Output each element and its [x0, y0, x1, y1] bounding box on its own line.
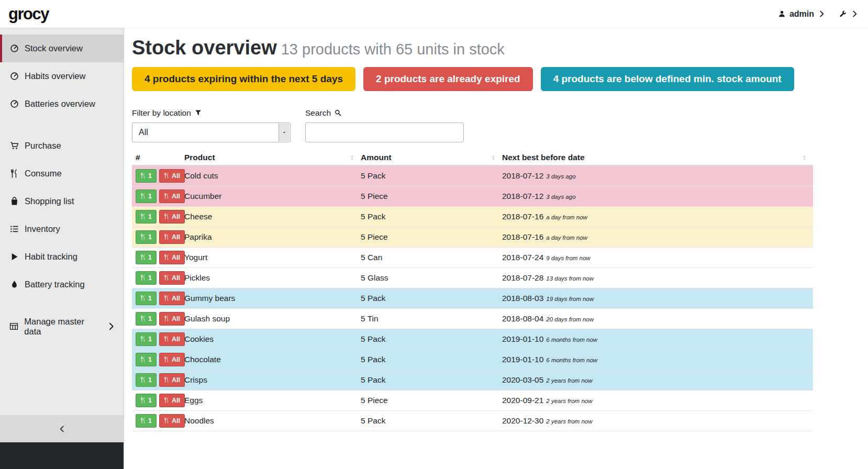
row-actions: 1All — [132, 292, 184, 305]
sidebar-item-manage-master-data[interactable]: Manage master data — [0, 312, 124, 340]
status-banner-1[interactable]: 2 products are already expired — [363, 67, 533, 91]
amount: 5 Tin — [361, 314, 502, 323]
consume-all-button[interactable]: All — [159, 353, 185, 366]
gauge-icon — [9, 72, 19, 81]
consume-one-button[interactable]: 1 — [136, 414, 157, 428]
status-banner-0[interactable]: 4 products expiring within the next 5 da… — [132, 67, 355, 91]
column-header-product[interactable]: Product — [184, 153, 361, 162]
consume-all-button[interactable]: All — [159, 251, 185, 264]
amount: 5 Pack — [361, 334, 502, 344]
consume-one-button[interactable]: 1 — [136, 251, 157, 264]
sidebar-item-battery-tracking[interactable]: Battery tracking — [0, 271, 124, 298]
utensils-icon — [164, 377, 170, 383]
drop-icon — [9, 280, 19, 289]
consume-all-button[interactable]: All — [159, 169, 185, 183]
sidebar-footer — [0, 442, 124, 469]
sidebar-item-batteries-overview[interactable]: Batteries overview — [0, 90, 124, 118]
column-header-index[interactable]: # — [132, 153, 184, 162]
consume-all-button[interactable]: All — [159, 373, 185, 387]
column-header-amount[interactable]: Amount — [361, 153, 502, 162]
sidebar: Stock overviewHabits overviewBatteries o… — [0, 28, 124, 469]
best-before-date: 2018-07-2813 days from now — [502, 273, 813, 283]
status-banner-2[interactable]: 4 products are below defined min. stock … — [541, 67, 794, 91]
consume-all-button[interactable]: All — [159, 394, 185, 407]
utensils-icon — [164, 336, 170, 342]
sidebar-item-label: Consume — [25, 169, 62, 178]
sidebar-item-inventory[interactable]: Inventory — [0, 215, 124, 243]
table-row: 1AllYogurt5 Can2018-07-249 days from now — [132, 248, 813, 268]
location-filter-select[interactable]: All — [132, 122, 291, 142]
utensils-icon — [140, 316, 146, 321]
consume-one-button[interactable]: 1 — [136, 332, 157, 346]
sidebar-collapse-button[interactable] — [0, 415, 124, 442]
app-logo[interactable]: grocy — [8, 5, 49, 24]
utensils-icon — [140, 336, 146, 342]
user-menu[interactable]: admin — [778, 9, 826, 19]
utensils-icon — [9, 169, 19, 178]
sort-icon[interactable] — [349, 154, 355, 161]
consume-one-button[interactable]: 1 — [136, 169, 157, 183]
consume-one-button[interactable]: 1 — [136, 210, 157, 224]
search-group: Search — [305, 108, 464, 142]
sidebar-item-habit-tracking[interactable]: Habit tracking — [0, 243, 124, 271]
consume-one-button[interactable]: 1 — [136, 394, 157, 407]
page-subtitle: 13 products with 65 units in stock — [281, 41, 505, 58]
product-name: Paprika — [184, 232, 361, 242]
utensils-icon — [140, 295, 146, 301]
table-row: 1AllChocolate5 Pack2019-01-106 months fr… — [132, 350, 813, 370]
consume-one-button[interactable]: 1 — [136, 292, 157, 305]
sort-icon[interactable] — [801, 154, 808, 161]
consume-one-button[interactable]: 1 — [136, 271, 157, 285]
main-content: Stock overview13 products with 65 units … — [124, 28, 868, 469]
amount: 5 Pack — [361, 212, 502, 221]
row-actions: 1All — [132, 373, 184, 387]
consume-one-button[interactable]: 1 — [136, 373, 157, 387]
search-label-text: Search — [305, 108, 331, 118]
utensils-icon — [164, 173, 170, 178]
consume-all-button[interactable]: All — [159, 210, 185, 224]
row-actions: 1All — [132, 414, 184, 428]
wrench-icon — [839, 10, 847, 18]
consume-one-button[interactable]: 1 — [136, 189, 157, 203]
table-row: 1AllEggs5 Piece2020-09-212 years from no… — [132, 390, 813, 411]
sidebar-item-habits-overview[interactable]: Habits overview — [0, 62, 124, 90]
sort-icon[interactable] — [490, 154, 497, 161]
utensils-icon — [140, 214, 146, 219]
sidebar-item-label: Stock overview — [25, 43, 83, 53]
utensils-icon — [164, 316, 170, 321]
utensils-icon — [164, 254, 170, 260]
sidebar-item-label: Shopping list — [25, 196, 74, 206]
consume-all-button[interactable]: All — [159, 189, 185, 203]
search-icon — [335, 109, 341, 116]
consume-one-button[interactable]: 1 — [136, 312, 157, 326]
consume-one-button[interactable]: 1 — [136, 230, 157, 244]
utensils-icon — [164, 214, 170, 219]
consume-all-button[interactable]: All — [159, 230, 185, 244]
utensils-icon — [140, 254, 146, 260]
sidebar-item-purchase[interactable]: Purchase — [0, 132, 124, 160]
sidebar-item-stock-overview[interactable]: Stock overview — [0, 35, 124, 62]
row-actions: 1All — [132, 210, 184, 224]
product-name: Eggs — [184, 396, 361, 405]
consume-all-button[interactable]: All — [159, 271, 185, 285]
row-actions: 1All — [132, 251, 184, 264]
best-before-date: 2019-01-106 months from now — [502, 355, 813, 364]
stock-table: # Product Amount Next best before date — [132, 151, 813, 431]
sidebar-item-consume[interactable]: Consume — [0, 160, 124, 187]
search-input[interactable] — [305, 122, 464, 142]
column-header-date[interactable]: Next best before date — [502, 153, 813, 162]
product-name: Gummy bears — [184, 294, 361, 303]
utensils-icon — [164, 234, 170, 240]
consume-all-button[interactable]: All — [159, 414, 185, 428]
cart-icon — [9, 141, 19, 150]
sidebar-item-label: Inventory — [25, 224, 60, 234]
consume-all-button[interactable]: All — [159, 332, 185, 346]
consume-all-button[interactable]: All — [159, 312, 185, 326]
table-row: 1AllCheese5 Pack2018-07-16a day from now — [132, 207, 813, 227]
utensils-icon — [140, 234, 146, 240]
consume-one-button[interactable]: 1 — [136, 353, 157, 366]
sidebar-item-shopping-list[interactable]: Shopping list — [0, 187, 124, 215]
consume-all-button[interactable]: All — [159, 292, 185, 305]
product-name: Gulash soup — [184, 314, 361, 323]
settings-menu[interactable] — [839, 10, 859, 18]
